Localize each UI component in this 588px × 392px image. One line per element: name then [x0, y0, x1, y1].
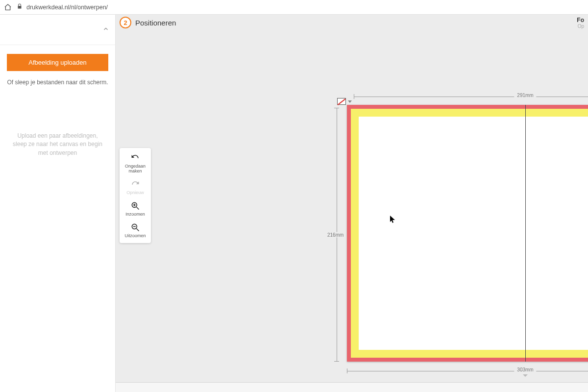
sidebar-body: Afbeelding uploaden Of sleep je bestande…	[0, 45, 115, 166]
header-right-line2: Op	[577, 24, 584, 29]
ruler-left: 216mm	[333, 108, 340, 362]
background-color-picker[interactable]	[337, 98, 352, 105]
app-root: Afbeelding uploaden Of sleep je bestande…	[0, 15, 588, 392]
canvas-zone[interactable]: 291mm 216mm 303mm	[116, 29, 588, 382]
workspace: 2 Positioneren Fo Op Ongedaan maken Opni…	[116, 15, 588, 392]
address-bar[interactable]: drukwerkdeal.nl/nl/ontwerpen/	[17, 3, 584, 11]
home-icon[interactable]	[4, 3, 12, 11]
step-number-badge: 2	[120, 17, 131, 28]
fold-line	[525, 105, 526, 362]
no-color-icon	[337, 98, 346, 105]
document-safe-area	[351, 109, 588, 358]
step-title: Positioneren	[135, 19, 176, 27]
header-right: Fo Op	[577, 17, 584, 29]
browser-chrome: drukwerkdeal.nl/nl/ontwerpen/	[0, 0, 588, 15]
document-bleed-area[interactable]	[347, 105, 588, 362]
svg-line-1	[137, 207, 139, 210]
zoom-out-label: Uitzoomen	[124, 233, 146, 238]
floating-toolbox: Ongedaan maken Opnieuw Inzoomen Uitzoome…	[120, 148, 151, 243]
svg-line-5	[137, 229, 139, 231]
zoom-in-label: Inzoomen	[125, 212, 145, 217]
ruler-expand-icon[interactable]	[523, 374, 528, 377]
redo-label: Opnieuw	[126, 190, 144, 195]
ruler-bottom: 303mm	[347, 368, 588, 374]
trim-width-label: 291mm	[514, 93, 536, 98]
undo-button[interactable]: Ongedaan maken	[120, 152, 151, 174]
sidebar: Afbeelding uploaden Of sleep je bestande…	[0, 15, 116, 392]
header-right-line1: Fo	[577, 17, 584, 24]
chevron-up-icon	[102, 25, 109, 34]
zoom-in-button[interactable]: Inzoomen	[120, 200, 151, 218]
status-bar	[116, 382, 588, 392]
zoom-out-button[interactable]: Uitzoomen	[120, 221, 151, 239]
step-header: 2 Positioneren Fo Op	[116, 15, 588, 29]
redo-button: Opnieuw	[120, 178, 151, 196]
upload-image-button[interactable]: Afbeelding uploaden	[7, 54, 108, 71]
lock-icon	[17, 3, 23, 11]
bleed-width-label: 303mm	[514, 367, 536, 372]
ruler-top: 291mm	[354, 93, 588, 100]
drag-hint-text: Of sleep je bestanden naar dit scherm.	[7, 79, 108, 86]
document-page	[359, 117, 588, 350]
undo-label: Ongedaan maken	[125, 164, 146, 173]
trim-height-label: 216mm	[326, 232, 344, 238]
sidebar-collapse-row[interactable]	[0, 15, 115, 45]
chevron-down-icon	[348, 100, 352, 103]
url-text: drukwerkdeal.nl/nl/ontwerpen/	[26, 4, 108, 11]
empty-state-text: Upload een paar afbeeldingen, sleep ze n…	[7, 132, 108, 157]
